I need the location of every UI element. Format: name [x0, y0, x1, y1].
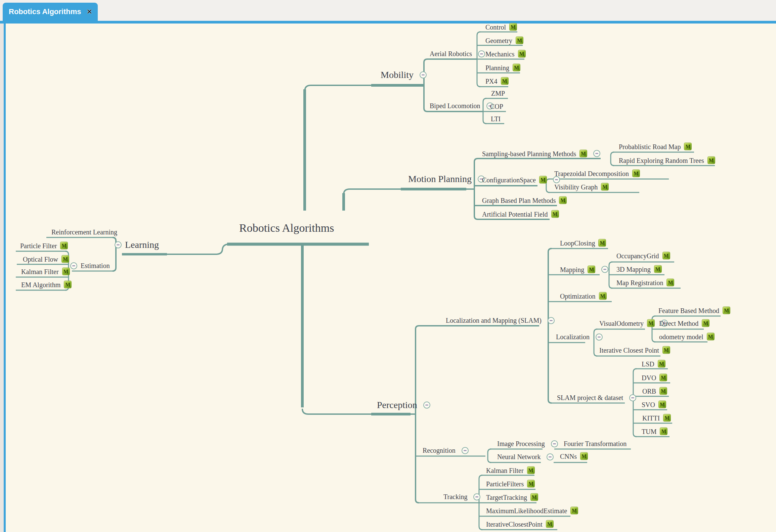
node-cop[interactable]: COP	[490, 103, 503, 110]
m-badge-icon: M	[527, 480, 535, 488]
node-kitti[interactable]: KITTIM	[642, 414, 671, 422]
node-learning[interactable]: Learning	[115, 240, 159, 250]
node-visualodometry[interactable]: VisualOdometryM	[599, 319, 668, 327]
fold-toggle-icon[interactable]	[551, 440, 558, 447]
fold-toggle-icon[interactable]	[423, 401, 430, 408]
node-svo[interactable]: SVOM	[642, 401, 666, 408]
node-zmp[interactable]: ZMP	[491, 90, 505, 97]
node-estimation[interactable]: Estimation	[70, 262, 110, 269]
m-badge-icon: M	[527, 467, 535, 474]
node-artificial-potential-field[interactable]: Artificial Potential FieldM	[482, 210, 559, 218]
node-iterative-closest-point[interactable]: Iterative Closest PointM	[599, 346, 670, 354]
node-optical-flow[interactable]: Optical FlowM	[23, 255, 69, 263]
m-badge-icon: M	[654, 265, 662, 273]
tab-title: Robotics Algorithms	[9, 7, 81, 16]
node-3d-mapping[interactable]: 3D MappingM	[616, 265, 662, 273]
node-lsd[interactable]: LSDM	[642, 360, 665, 368]
node-targettracking[interactable]: TargetTrackingM	[486, 493, 538, 501]
node-tracking[interactable]: Tracking	[443, 493, 480, 500]
node-localization[interactable]: Localization	[556, 333, 603, 341]
node-recognition[interactable]: Recognition	[423, 447, 469, 454]
node-label: IterativeClosestPoint	[486, 520, 543, 528]
node-label: LSD	[642, 360, 654, 367]
fold-toggle-icon[interactable]	[596, 334, 603, 341]
node-perception[interactable]: Perception	[377, 400, 430, 410]
minus-icon	[555, 179, 558, 180]
node-px4[interactable]: PX4M	[485, 77, 509, 85]
fold-toggle-icon[interactable]	[478, 50, 485, 57]
node-mapping[interactable]: MappingM	[560, 266, 608, 273]
node-map-registration[interactable]: Map RegistrationM	[616, 279, 674, 286]
mindmap-canvas[interactable]	[6, 24, 776, 532]
close-icon[interactable]: ✕	[87, 8, 93, 15]
node-loopclosing[interactable]: LoopClosingM	[560, 239, 606, 247]
node-slam-project-dataset[interactable]: SLAM project & dataset	[557, 394, 636, 401]
node-reinforcement-learning[interactable]: Reinforcement Learning	[51, 228, 117, 236]
node-probablistic-road-map[interactable]: Probablistic Road MapM	[619, 143, 692, 150]
fold-toggle-icon[interactable]	[70, 262, 77, 269]
node-orb[interactable]: ORBM	[642, 387, 667, 395]
node-feature-based-method[interactable]: Feature Based MethodM	[658, 307, 730, 314]
node-em-algorithm[interactable]: EM AlgorithmM	[21, 281, 72, 289]
fold-toggle-icon[interactable]	[601, 266, 608, 273]
fold-toggle-icon[interactable]	[473, 493, 480, 500]
node-iterativeclosestpoint[interactable]: IterativeClosestPointM	[486, 520, 554, 528]
node-mobility[interactable]: Mobility	[381, 70, 427, 80]
node-graph-based-plan-methods[interactable]: Graph Based Plan MethodsM	[482, 196, 567, 204]
node-occupancygrid[interactable]: OccupancyGridM	[616, 252, 670, 260]
node-trapezoidal-decomposition[interactable]: Trapezoidal DecompositionM	[554, 170, 640, 177]
node-sampling-based-planning-methods[interactable]: Sampling-based Planning MethodsM	[482, 150, 600, 158]
node-geometry[interactable]: GeometryM	[485, 37, 523, 44]
node-maximumlikelihoodestimate[interactable]: MaximumLikelihoodEstimateM	[486, 507, 578, 515]
node-label: Probablistic Road Map	[619, 143, 681, 150]
node-odometry-model[interactable]: odometry modelM	[659, 333, 715, 341]
node-planning[interactable]: PlanningM	[485, 64, 520, 72]
node-fourier-transformation[interactable]: Fourier Transformation	[564, 440, 627, 447]
m-badge-icon: M	[61, 255, 69, 263]
node-kalman-filter[interactable]: Kalman FilterM	[486, 467, 535, 474]
m-badge-icon: M	[588, 266, 595, 273]
node-aerial-robotics[interactable]: Aerial Robotics	[430, 50, 485, 57]
node-label: KITTI	[642, 414, 660, 422]
node-mechanics[interactable]: MechanicsM	[485, 50, 526, 58]
node-label: Reinforcement Learning	[51, 228, 117, 236]
panel-left-border	[4, 24, 6, 532]
node-optimization[interactable]: OptimizationM	[560, 292, 607, 300]
m-badge-icon: M	[660, 428, 667, 435]
node-motion-planning[interactable]: Motion Planning	[408, 174, 485, 184]
node-robotics-algorithms[interactable]: Robotics Algorithms	[239, 222, 334, 234]
m-badge-icon: M	[723, 307, 730, 314]
node-particlefilters[interactable]: ParticleFiltersM	[486, 480, 535, 488]
node-localization-and-mapping-slam[interactable]: Localization and Mapping (SLAM)	[446, 317, 555, 324]
m-badge-icon: M	[60, 242, 68, 250]
node-direct-method[interactable]: Direct MethodM	[659, 319, 709, 327]
fold-toggle-icon[interactable]	[629, 394, 636, 401]
node-label: Particle Filter	[20, 242, 57, 249]
fold-toggle-icon[interactable]	[462, 447, 469, 454]
node-neural-network[interactable]: Neural Network	[497, 453, 554, 460]
m-badge-icon: M	[663, 414, 671, 422]
node-lti[interactable]: LTI	[491, 115, 501, 123]
node-particle-filter[interactable]: Particle FilterM	[20, 242, 68, 250]
node-control[interactable]: ControlM	[485, 23, 517, 31]
fold-toggle-icon[interactable]	[420, 71, 427, 78]
fold-toggle-icon[interactable]	[553, 176, 560, 183]
node-dvo[interactable]: DVOM	[642, 374, 667, 382]
fold-toggle-icon[interactable]	[547, 453, 554, 460]
fold-toggle-icon[interactable]	[115, 241, 122, 248]
node-label: Mobility	[381, 70, 414, 80]
node-cnns[interactable]: CNNsM	[560, 452, 588, 460]
minus-icon	[603, 269, 606, 270]
node-biped-locomotion[interactable]: Biped Locomotion	[430, 102, 493, 109]
node-label: OccupancyGrid	[616, 252, 659, 259]
node-kalman-filter[interactable]: Kalman FilterM	[21, 268, 70, 275]
node-configurationspace[interactable]: ConfigurationSpaceM	[482, 176, 560, 184]
node-visibility-graph[interactable]: Visibility GraphM	[554, 183, 609, 191]
node-rapid-exploring-random-trees[interactable]: Rapid Exploring Random TreesM	[619, 157, 715, 164]
tab-robotics-algorithms[interactable]: Robotics Algorithms ✕	[3, 3, 98, 21]
fold-toggle-icon[interactable]	[548, 317, 555, 324]
m-badge-icon: M	[598, 239, 606, 247]
fold-toggle-icon[interactable]	[593, 150, 600, 157]
node-tum[interactable]: TUMM	[642, 428, 667, 435]
node-image-processing[interactable]: Image Processing	[497, 440, 558, 447]
